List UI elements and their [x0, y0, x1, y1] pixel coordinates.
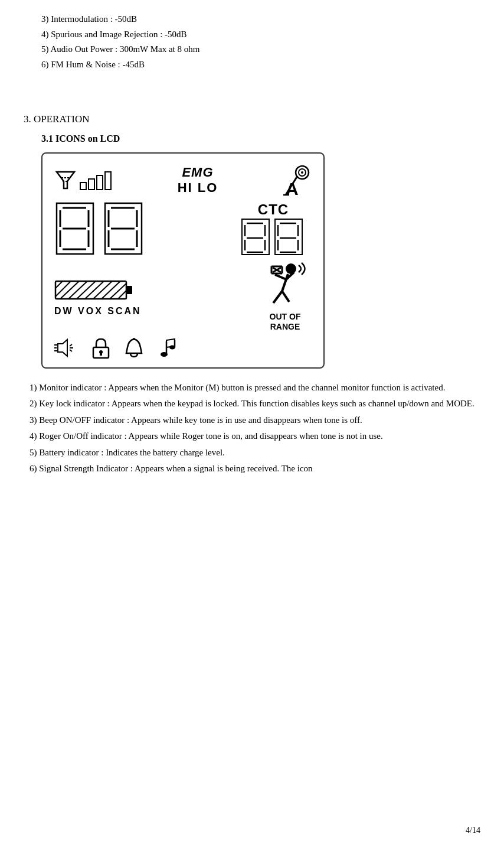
out-of-range-label: OUT OFRANGE	[270, 312, 301, 332]
svg-line-49	[60, 281, 79, 299]
lcd-row-4	[54, 337, 312, 359]
svg-line-58	[282, 274, 288, 291]
emg-label: EMG	[182, 165, 213, 180]
emg-hilo-group: EMG HI LO	[178, 165, 218, 196]
descriptions-section: 1) Monitor indicator : Appears when the …	[24, 380, 480, 477]
svg-line-70	[70, 344, 72, 346]
svg-rect-4	[89, 179, 94, 190]
person-icon	[258, 262, 312, 312]
spec-item-5: 5) Audio Out Power : 300mW Max at 8 ohm	[24, 42, 480, 57]
svg-line-52	[85, 281, 104, 299]
svg-line-53	[93, 281, 112, 299]
svg-line-72	[70, 350, 72, 351]
svg-line-56	[118, 291, 126, 299]
signal-bars-icon	[79, 170, 114, 191]
svg-rect-3	[80, 183, 86, 190]
ctc-frequency-display	[241, 218, 306, 256]
spec-item-6: 6) FM Hum & Noise : -45dB	[24, 57, 480, 73]
svg-line-50	[68, 281, 87, 299]
squelch-filter-icon	[54, 170, 77, 191]
spec-item-3: 3) Intermodulation : -50dB	[24, 12, 480, 27]
svg-point-9	[301, 171, 303, 174]
svg-rect-5	[97, 175, 103, 190]
svg-line-47	[55, 281, 63, 288]
page-number: 4/14	[466, 826, 480, 835]
ctc-group: CTC	[241, 201, 306, 256]
signal-strength-group	[54, 170, 114, 191]
desc-item-4: 4) Roger On/Off indicator : Appears whil…	[30, 429, 480, 444]
svg-line-54	[102, 281, 120, 299]
bell-icon	[123, 337, 145, 359]
svg-line-48	[55, 281, 71, 297]
desc-item-2: 2) Key lock indicator : Appears when the…	[30, 396, 480, 412]
svg-marker-69	[58, 340, 67, 356]
svg-point-83	[169, 345, 175, 349]
svg-rect-45	[55, 281, 126, 299]
battery-icon	[54, 276, 137, 304]
lcd-row-1: EMG HI LO A	[54, 164, 312, 196]
svg-line-51	[77, 281, 96, 299]
hilo-label: HI LO	[178, 180, 218, 196]
ctc-label: CTC	[258, 201, 289, 218]
svg-text:A: A	[286, 179, 299, 196]
lcd-row-2: CTC	[54, 201, 312, 257]
spec-item-4: 4) Spurious and Image Rejection : -50dB	[24, 27, 480, 43]
subsection-title: 3.1 ICONS on LCD	[24, 133, 480, 144]
svg-line-62	[282, 291, 289, 302]
battery-group: DW VOX SCAN	[54, 276, 142, 317]
speaker-icon	[54, 337, 79, 359]
out-of-range-group: OUT OFRANGE	[258, 262, 312, 332]
section-title: 3. OPERATION	[24, 113, 480, 125]
lcd-row-3: DW VOX SCAN	[54, 262, 312, 332]
svg-marker-0	[57, 172, 74, 188]
svg-rect-6	[105, 172, 111, 190]
desc-item-5: 5) Battery indicator : Indicates the bat…	[30, 445, 480, 461]
svg-line-55	[110, 284, 126, 299]
svg-point-79	[133, 338, 135, 340]
dw-vox-scan-label: DW VOX SCAN	[54, 306, 142, 317]
top-specs-list: 3) Intermodulation : -50dB 4) Spurious a…	[24, 12, 480, 72]
main-frequency-display	[54, 201, 146, 257]
desc-item-6: 6) Signal Strength Indicator : Appears w…	[30, 461, 480, 477]
svg-point-82	[161, 352, 168, 357]
musical-note-icon	[156, 337, 178, 359]
desc-item-3: 3) Beep ON/OFF indicator : Appears while…	[30, 413, 480, 428]
antenna-icon: A	[281, 164, 312, 196]
svg-line-59	[275, 275, 286, 279]
desc-item-1: 1) Monitor indicator : Appears when the …	[30, 380, 480, 396]
lcd-diagram: EMG HI LO A	[41, 152, 325, 369]
svg-point-57	[286, 263, 296, 274]
svg-rect-46	[126, 286, 132, 294]
lock-icon	[90, 337, 112, 359]
svg-rect-78	[100, 353, 102, 356]
svg-line-61	[273, 291, 282, 303]
